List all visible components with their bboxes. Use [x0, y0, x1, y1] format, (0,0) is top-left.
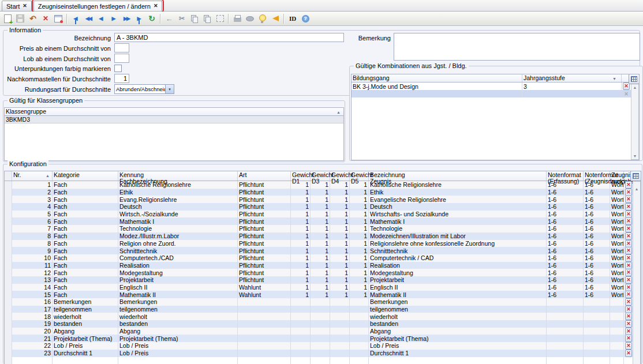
cell-nf_erfassung[interactable]: 1-6 — [547, 254, 584, 262]
cell-nr[interactable]: 7 — [12, 225, 53, 232]
cell-art[interactable] — [238, 313, 291, 320]
cell-nr[interactable]: 5 — [12, 211, 53, 218]
cell-d3[interactable]: 1 — [311, 217, 330, 225]
cell-bezeichnung[interactable]: Katholische Religionslehre — [369, 181, 547, 189]
cell-d4[interactable] — [330, 313, 350, 320]
cell-d3[interactable]: 1 — [311, 196, 330, 203]
cell-nf_druck[interactable] — [584, 306, 610, 313]
cell-nf_erfassung[interactable] — [547, 320, 584, 328]
cell-kategorie[interactable]: Fach — [53, 262, 118, 269]
cell-d4[interactable]: 1 — [330, 196, 350, 203]
delete-row-button[interactable] — [625, 306, 632, 313]
cell-d5[interactable]: 1 — [350, 247, 369, 254]
cell-kennung[interactable]: Schnitttechnik — [118, 247, 238, 254]
cell-kategorie[interactable]: Fach — [53, 217, 118, 225]
delete-row-button[interactable] — [625, 262, 632, 269]
delete-row-button[interactable] — [625, 254, 632, 262]
cell-kennung[interactable]: Ethik — [118, 189, 238, 196]
table-row[interactable]: 16BemerkungenBemerkungenBemerkungen — [5, 298, 641, 306]
cell-art[interactable] — [238, 328, 291, 335]
nav-fast-prev-button[interactable] — [82, 13, 95, 25]
row-indicator-cell[interactable] — [5, 313, 12, 320]
cell-ausgabe[interactable]: Wort — [610, 247, 624, 254]
tab-close-icon[interactable]: ✕ — [23, 3, 27, 9]
cell-nf_erfassung[interactable]: 1-6 — [547, 196, 584, 203]
cell-d4[interactable] — [330, 342, 350, 350]
cell-nr[interactable]: 1 — [12, 181, 53, 189]
cell-nf_erfassung[interactable] — [547, 306, 584, 313]
filter-dropdown-icon[interactable] — [612, 75, 620, 82]
cell-kennung[interactable]: Realisation — [118, 262, 238, 269]
delete-row-button[interactable] — [625, 350, 632, 357]
cell-bezeichnung[interactable]: bestanden — [369, 320, 547, 328]
cell-d1[interactable]: 1 — [291, 225, 311, 232]
cell-d5[interactable]: 1 — [350, 217, 369, 225]
cell-kategorie[interactable]: Fach — [53, 232, 118, 240]
cell-nf_druck[interactable] — [584, 342, 610, 350]
bemerkung-textarea[interactable] — [394, 33, 640, 61]
cell-d5[interactable]: 1 — [350, 276, 369, 284]
row-indicator-cell[interactable] — [5, 217, 12, 225]
nav-first-button[interactable] — [69, 13, 82, 25]
row-indicator-cell[interactable] — [5, 350, 12, 357]
nav-next-button[interactable] — [107, 13, 120, 25]
cell-bezeichnung[interactable]: Realisation — [369, 262, 547, 269]
cell-d4[interactable]: 1 — [330, 240, 350, 247]
cell-ausgabe[interactable]: Wort — [610, 181, 624, 189]
cell-d3[interactable] — [311, 306, 330, 313]
export-button[interactable] — [244, 13, 256, 25]
cell-ausgabe[interactable]: Wort — [610, 262, 624, 269]
delete-record-button[interactable] — [39, 13, 52, 25]
cell-d4[interactable] — [330, 328, 350, 335]
cell-nf_druck[interactable]: 1-6 — [584, 284, 610, 291]
nav-prev-button[interactable] — [95, 13, 107, 25]
cell-nr[interactable]: 10 — [12, 254, 53, 262]
cell-d3[interactable]: 1 — [311, 181, 330, 189]
row-indicator-cell[interactable] — [5, 181, 12, 189]
cell-nr[interactable]: 8 — [12, 240, 53, 247]
cell-d5[interactable]: 1 — [350, 211, 369, 218]
cell-kennung[interactable]: Modegestaltung — [118, 269, 238, 276]
cell-d1[interactable]: 1 — [291, 181, 311, 189]
cell-d5[interactable] — [350, 342, 369, 350]
cell-bezeichnung[interactable]: Evangelische Religionslehre — [369, 196, 547, 203]
cell-ausgabe[interactable]: Wort — [610, 240, 624, 247]
row-indicator-cell[interactable] — [5, 196, 12, 203]
table-row[interactable]: 6FachMathematik IPflichtunt1111Mathemati… — [5, 217, 641, 225]
tab-zeugniseinstellungen[interactable]: Zeugniseinstellungen festlegen / ändern … — [33, 1, 163, 11]
cell-art[interactable]: Pflichtunt — [238, 240, 291, 247]
cell-kategorie[interactable]: Fach — [53, 203, 118, 211]
cell-d5[interactable]: 1 — [350, 196, 369, 203]
cell-nf_druck[interactable]: 1-6 — [584, 269, 610, 276]
cell-bezeichnung[interactable]: Wirtschafts- und Sozialkunde — [369, 211, 547, 218]
cell-kennung[interactable]: Englisch II — [118, 284, 238, 291]
cell-kennung[interactable]: Technologie — [118, 225, 238, 232]
row-indicator-cell[interactable] — [5, 189, 12, 196]
cell-nf_erfassung[interactable]: 1-6 — [547, 232, 584, 240]
cell-kennung[interactable]: Abgang — [118, 328, 238, 335]
cell-d5[interactable]: 1 — [350, 262, 369, 269]
cell-nr[interactable]: 3 — [12, 196, 53, 203]
cell-kategorie[interactable]: Fach — [53, 196, 118, 203]
bezeichnung-input[interactable] — [114, 33, 344, 42]
cell-kennung[interactable]: bestanden — [118, 320, 238, 328]
cell-nf_erfassung[interactable] — [547, 350, 584, 357]
cell-ausgabe[interactable] — [610, 350, 624, 357]
cell-nr[interactable]: 17 — [12, 306, 53, 313]
cell-kategorie[interactable]: Lob / Preis — [53, 342, 118, 350]
cell-d5[interactable] — [350, 335, 369, 342]
cell-nf_druck[interactable]: 1-6 — [584, 291, 610, 298]
edit-form-button[interactable] — [52, 13, 65, 25]
delete-row-button[interactable] — [625, 291, 632, 298]
cell-d3[interactable]: 1 — [311, 276, 330, 284]
cell-d5[interactable]: 1 — [350, 240, 369, 247]
cell-art[interactable] — [238, 342, 291, 350]
cell-nf_druck[interactable] — [584, 313, 610, 320]
cell-bezeichnung[interactable]: Modezeichnen/Illustration mit Labor — [369, 232, 547, 240]
cell-nf_druck[interactable]: 1-6 — [584, 262, 610, 269]
cell-nf_erfassung[interactable]: 1-6 — [547, 269, 584, 276]
cell-d1[interactable] — [291, 342, 311, 350]
scroll-down-icon[interactable]: ▼ — [631, 152, 638, 159]
row-indicator-cell[interactable] — [5, 247, 12, 254]
scroll-up-icon[interactable]: ▲ — [633, 185, 640, 192]
